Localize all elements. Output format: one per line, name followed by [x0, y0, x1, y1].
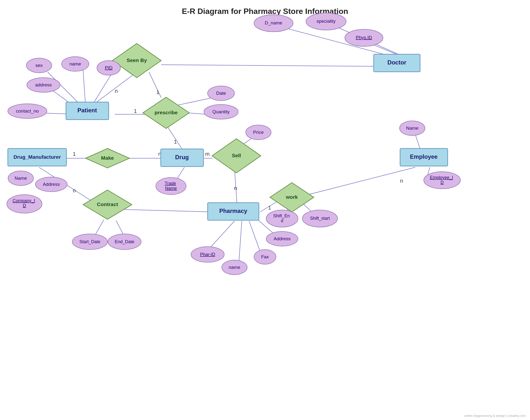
- svg-text:Drug: Drug: [175, 154, 189, 160]
- svg-text:Price: Price: [253, 130, 264, 135]
- svg-line-3: [161, 65, 386, 66]
- svg-text:Fax: Fax: [261, 254, 269, 259]
- svg-line-6: [83, 70, 86, 105]
- svg-text:Phar-ID: Phar-ID: [200, 252, 215, 257]
- svg-text:Pharmacy: Pharmacy: [219, 208, 247, 214]
- svg-text:D_name: D_name: [265, 20, 282, 26]
- svg-text:Phys.ID: Phys.ID: [356, 35, 372, 40]
- svg-line-23: [305, 167, 415, 195]
- svg-text:PID: PID: [105, 65, 113, 70]
- svg-text:address: address: [35, 82, 52, 87]
- svg-line-28: [125, 210, 214, 212]
- svg-line-33: [249, 221, 260, 251]
- er-diagram-svg: n 1 1 1 1 n 1 m n n 1 n 1: [0, 0, 530, 420]
- svg-text:1: 1: [156, 89, 159, 95]
- svg-text:Shift_start: Shift_start: [310, 216, 330, 221]
- svg-text:1: 1: [174, 139, 177, 145]
- svg-line-14: [149, 72, 161, 98]
- svg-line-32: [239, 221, 242, 262]
- svg-text:Patient: Patient: [77, 107, 97, 114]
- svg-text:name: name: [69, 61, 81, 66]
- svg-text:End_Date: End_Date: [115, 239, 134, 245]
- diagram-container: E-R Diagram for Pharmacy Store Informati…: [0, 0, 530, 420]
- svg-line-13: [166, 125, 182, 149]
- svg-text:m: m: [205, 151, 209, 157]
- svg-text:Contract: Contract: [97, 202, 118, 207]
- svg-text:prescribe: prescribe: [155, 110, 178, 115]
- svg-text:Doctor: Doctor: [387, 59, 406, 66]
- svg-text:Drug_Manufacturer: Drug_Manufacturer: [14, 154, 61, 160]
- svg-text:1: 1: [134, 108, 137, 114]
- svg-text:n: n: [400, 178, 403, 184]
- svg-text:Seen By: Seen By: [127, 57, 147, 63]
- svg-text:Address: Address: [43, 182, 60, 187]
- svg-text:n: n: [115, 88, 118, 94]
- svg-text:Date: Date: [216, 91, 226, 96]
- svg-line-7: [92, 74, 111, 106]
- svg-line-11: [178, 98, 212, 105]
- svg-text:Address: Address: [274, 236, 291, 241]
- svg-text:Trade
      Name: Trade Name: [165, 181, 177, 191]
- svg-text:Name: Name: [406, 126, 419, 131]
- svg-text:sex: sex: [35, 63, 43, 68]
- svg-text:Start_Date: Start_Date: [79, 239, 100, 245]
- svg-text:Quantity: Quantity: [212, 109, 230, 114]
- svg-text:n: n: [73, 188, 76, 194]
- svg-text:speciality: speciality: [317, 19, 336, 24]
- svg-text:Name: Name: [15, 175, 27, 181]
- svg-text:work: work: [285, 194, 298, 200]
- svg-text:Employee: Employee: [410, 153, 437, 160]
- svg-text:1: 1: [268, 205, 271, 211]
- svg-text:contact_no: contact_no: [16, 108, 39, 114]
- svg-text:1: 1: [73, 151, 76, 157]
- svg-line-31: [209, 221, 235, 249]
- svg-text:Sell: Sell: [232, 153, 241, 158]
- svg-line-21: [415, 134, 420, 149]
- svg-text:name: name: [229, 265, 240, 270]
- watermark-text: online diagramming & design | creately.c…: [464, 414, 526, 418]
- svg-text:Make: Make: [101, 155, 114, 161]
- svg-text:n: n: [234, 185, 237, 191]
